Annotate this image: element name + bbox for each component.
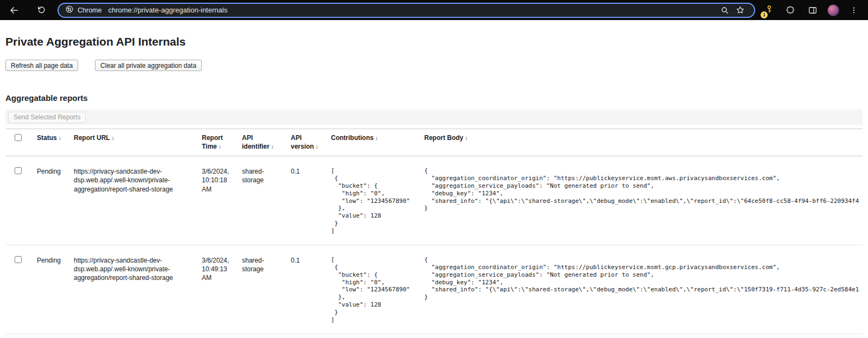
select-all-checkbox[interactable] xyxy=(15,134,22,141)
header-api-version[interactable]: API version↕ xyxy=(291,129,331,156)
site-chip-label: Chrome xyxy=(78,7,101,14)
page-content: Private Aggregation API Internals Refres… xyxy=(0,35,868,334)
report-url-cell: https://privacy-sandcastle-dev-dsp.web.a… xyxy=(74,156,202,245)
sort-icon: ↕ xyxy=(375,135,378,141)
page-title: Private Aggregation API Internals xyxy=(5,35,863,48)
report-url-cell: https://privacy-sandcastle-dev-dsp.web.a… xyxy=(74,245,202,334)
row-checkbox[interactable] xyxy=(15,256,22,263)
select-all-header xyxy=(5,129,37,156)
browser-toolbar: Chrome chrome://private-aggregation-inte… xyxy=(0,0,868,20)
reload-icon xyxy=(37,5,46,15)
table-header-row: Status↕ Report URL↕ Report Time↕ API ide… xyxy=(5,129,863,156)
extension-button[interactable]: 1 xyxy=(763,4,776,17)
status-cell: Pending xyxy=(37,156,74,245)
send-selected-reports-button[interactable]: Send Selected Reports xyxy=(8,112,86,123)
report-body-cell: { "aggregation_coordinator_origin": "htt… xyxy=(424,245,863,334)
header-status-label: Status xyxy=(37,134,57,142)
header-contributions-label: Contributions xyxy=(331,134,374,142)
header-report-url[interactable]: Report URL↕ xyxy=(74,129,202,156)
table-row: Pending https://privacy-sandcastle-dev-d… xyxy=(5,156,863,245)
sort-icon: ↕ xyxy=(59,135,61,141)
header-api-identifier-label: API identifier xyxy=(242,134,270,150)
chrome-logo-icon xyxy=(65,5,74,16)
header-api-identifier[interactable]: API identifier↕ xyxy=(242,129,291,156)
header-status[interactable]: Status↕ xyxy=(37,129,74,156)
zoom-icon[interactable] xyxy=(717,3,732,18)
reload-button[interactable] xyxy=(34,3,49,18)
contributions-cell: [ { "bucket": { "high": "0", "low": "123… xyxy=(331,245,424,334)
page-actions: Refresh all page data Clear all private … xyxy=(5,60,863,71)
sort-icon: ↕ xyxy=(271,144,274,150)
reports-table: Status↕ Report URL↕ Report Time↕ API ide… xyxy=(5,129,863,334)
puzzle-icon xyxy=(786,5,795,15)
report-time-cell: 3/6/2024, 10:10:18 AM xyxy=(202,156,242,245)
api-version-cell: 0.1 xyxy=(291,156,331,245)
back-icon xyxy=(9,5,19,15)
row-checkbox[interactable] xyxy=(15,167,22,174)
extensions-puzzle-button[interactable] xyxy=(783,3,798,18)
api-identifier-cell: shared-storage xyxy=(242,245,291,334)
toolbar-right-cluster: 1 xyxy=(763,3,861,18)
header-report-body[interactable]: Report Body↕ xyxy=(424,129,863,156)
report-time-cell: 3/6/2024, 10:49:13 AM xyxy=(202,245,242,334)
row-checkbox-cell xyxy=(5,156,37,245)
three-dot-menu-icon xyxy=(850,6,858,15)
extension-badge: 1 xyxy=(761,11,768,18)
bookmark-star-icon[interactable] xyxy=(732,3,748,18)
profile-avatar[interactable] xyxy=(827,4,839,16)
reports-toolbar: Send Selected Reports xyxy=(5,110,863,125)
side-panel-icon xyxy=(808,5,818,15)
section-title: Aggregatable reports xyxy=(5,93,863,103)
header-report-time[interactable]: Report Time↕ xyxy=(202,129,242,156)
report-body-json: { "aggregation_coordinator_origin": "htt… xyxy=(424,167,856,212)
refresh-all-button[interactable]: Refresh all page data xyxy=(5,60,78,71)
clear-all-button[interactable]: Clear all private aggregation data xyxy=(95,60,202,71)
sort-icon: ↕ xyxy=(465,135,468,141)
report-body-cell: { "aggregation_coordinator_origin": "htt… xyxy=(424,156,863,245)
status-cell: Pending xyxy=(37,245,74,334)
report-body-json: { "aggregation_coordinator_origin": "htt… xyxy=(424,256,856,301)
header-api-version-label: API version xyxy=(291,134,314,150)
header-contributions[interactable]: Contributions↕ xyxy=(331,129,424,156)
contributions-json: [ { "bucket": { "high": "0", "low": "123… xyxy=(331,256,418,324)
url-text: chrome://private-aggregation-internals xyxy=(108,6,227,14)
side-panel-button[interactable] xyxy=(805,3,820,18)
contributions-json: [ { "bucket": { "high": "0", "low": "123… xyxy=(331,167,418,235)
sort-icon: ↕ xyxy=(316,144,318,150)
api-identifier-cell: shared-storage xyxy=(242,156,291,245)
sort-icon: ↕ xyxy=(112,135,114,141)
back-button[interactable] xyxy=(7,3,22,18)
header-report-url-label: Report URL xyxy=(74,134,110,142)
address-bar[interactable]: Chrome chrome://private-aggregation-inte… xyxy=(58,3,755,18)
api-version-cell: 0.1 xyxy=(291,245,331,334)
table-row: Pending https://privacy-sandcastle-dev-d… xyxy=(5,245,863,334)
browser-menu-button[interactable] xyxy=(846,3,861,18)
contributions-cell: [ { "bucket": { "high": "0", "low": "123… xyxy=(331,156,424,245)
row-checkbox-cell xyxy=(5,245,37,334)
header-report-body-label: Report Body xyxy=(424,134,463,142)
sort-icon: ↕ xyxy=(219,144,221,150)
